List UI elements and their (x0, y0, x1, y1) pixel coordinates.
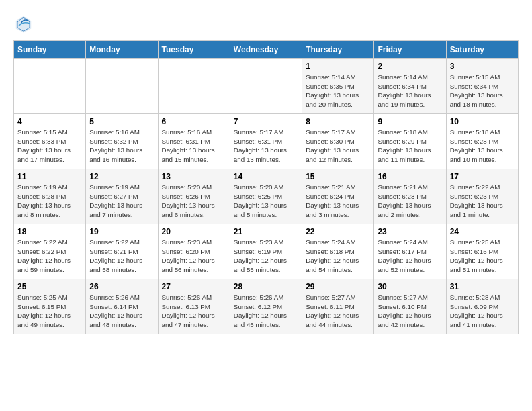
day-number: 4 (17, 117, 82, 126)
calendar-cell: 23Sunrise: 5:24 AMSunset: 6:17 PMDayligh… (374, 224, 446, 279)
day-info: Sunrise: 5:23 AMSunset: 6:19 PMDaylight:… (234, 238, 298, 275)
svg-marker-0 (16, 16, 32, 33)
calendar-cell (158, 59, 230, 114)
day-info: Sunrise: 5:22 AMSunset: 6:21 PMDaylight:… (89, 238, 154, 275)
calendar-cell: 16Sunrise: 5:21 AMSunset: 6:23 PMDayligh… (374, 169, 446, 224)
header-saturday: Saturday (446, 41, 518, 59)
day-info: Sunrise: 5:21 AMSunset: 6:24 PMDaylight:… (306, 183, 370, 220)
calendar-cell: 20Sunrise: 5:23 AMSunset: 6:20 PMDayligh… (158, 224, 230, 279)
calendar-header-row: SundayMondayTuesdayWednesdayThursdayFrid… (14, 41, 519, 59)
day-number: 16 (378, 172, 442, 181)
header-friday: Friday (374, 41, 446, 59)
header-tuesday: Tuesday (158, 41, 230, 59)
calendar-cell: 6Sunrise: 5:16 AMSunset: 6:31 PMDaylight… (158, 114, 230, 169)
calendar-cell: 3Sunrise: 5:15 AMSunset: 6:34 PMDaylight… (446, 59, 518, 114)
calendar-cell: 19Sunrise: 5:22 AMSunset: 6:21 PMDayligh… (86, 224, 158, 279)
day-info: Sunrise: 5:18 AMSunset: 6:28 PMDaylight:… (450, 128, 515, 165)
header-sunday: Sunday (14, 41, 86, 59)
day-number: 5 (89, 117, 154, 126)
day-info: Sunrise: 5:23 AMSunset: 6:20 PMDaylight:… (162, 238, 226, 275)
day-info: Sunrise: 5:24 AMSunset: 6:18 PMDaylight:… (306, 238, 370, 275)
calendar-cell (14, 59, 86, 114)
day-number: 21 (234, 227, 298, 236)
day-number: 19 (89, 227, 154, 236)
day-info: Sunrise: 5:26 AMSunset: 6:13 PMDaylight:… (162, 293, 226, 330)
day-number: 25 (17, 282, 82, 291)
day-number: 7 (234, 117, 298, 126)
day-info: Sunrise: 5:17 AMSunset: 6:31 PMDaylight:… (234, 128, 298, 165)
calendar-cell: 31Sunrise: 5:28 AMSunset: 6:09 PMDayligh… (446, 279, 518, 334)
day-info: Sunrise: 5:22 AMSunset: 6:23 PMDaylight:… (450, 183, 515, 220)
calendar-cell: 9Sunrise: 5:18 AMSunset: 6:29 PMDaylight… (374, 114, 446, 169)
day-number: 14 (234, 172, 298, 181)
calendar-cell: 1Sunrise: 5:14 AMSunset: 6:35 PMDaylight… (302, 59, 374, 114)
day-info: Sunrise: 5:26 AMSunset: 6:14 PMDaylight:… (89, 293, 154, 330)
logo (13, 13, 36, 34)
calendar-cell: 5Sunrise: 5:16 AMSunset: 6:32 PMDaylight… (86, 114, 158, 169)
header-wednesday: Wednesday (230, 41, 302, 59)
day-number: 22 (306, 227, 370, 236)
day-info: Sunrise: 5:24 AMSunset: 6:17 PMDaylight:… (378, 238, 442, 275)
day-number: 9 (378, 117, 442, 126)
day-number: 17 (450, 172, 515, 181)
day-number: 30 (378, 282, 442, 291)
day-number: 20 (162, 227, 226, 236)
calendar-cell: 13Sunrise: 5:20 AMSunset: 6:26 PMDayligh… (158, 169, 230, 224)
calendar-table: SundayMondayTuesdayWednesdayThursdayFrid… (13, 40, 519, 334)
day-info: Sunrise: 5:26 AMSunset: 6:12 PMDaylight:… (234, 293, 298, 330)
day-info: Sunrise: 5:25 AMSunset: 6:15 PMDaylight:… (17, 293, 82, 330)
calendar-cell: 30Sunrise: 5:27 AMSunset: 6:10 PMDayligh… (374, 279, 446, 334)
day-number: 24 (450, 227, 515, 236)
day-info: Sunrise: 5:20 AMSunset: 6:26 PMDaylight:… (162, 183, 226, 220)
calendar-cell: 29Sunrise: 5:27 AMSunset: 6:11 PMDayligh… (302, 279, 374, 334)
header-monday: Monday (86, 41, 158, 59)
day-info: Sunrise: 5:19 AMSunset: 6:27 PMDaylight:… (89, 183, 154, 220)
calendar-cell: 2Sunrise: 5:14 AMSunset: 6:34 PMDaylight… (374, 59, 446, 114)
calendar-cell: 22Sunrise: 5:24 AMSunset: 6:18 PMDayligh… (302, 224, 374, 279)
day-number: 3 (450, 62, 515, 71)
day-info: Sunrise: 5:15 AMSunset: 6:33 PMDaylight:… (17, 128, 82, 165)
calendar-cell: 7Sunrise: 5:17 AMSunset: 6:31 PMDaylight… (230, 114, 302, 169)
day-number: 26 (89, 282, 154, 291)
day-info: Sunrise: 5:19 AMSunset: 6:28 PMDaylight:… (17, 183, 82, 220)
day-number: 6 (162, 117, 226, 126)
day-number: 31 (450, 282, 515, 291)
day-number: 15 (306, 172, 370, 181)
calendar-cell: 17Sunrise: 5:22 AMSunset: 6:23 PMDayligh… (446, 169, 518, 224)
day-number: 10 (450, 117, 515, 126)
day-number: 23 (378, 227, 442, 236)
day-number: 29 (306, 282, 370, 291)
day-info: Sunrise: 5:25 AMSunset: 6:16 PMDaylight:… (450, 238, 515, 275)
page-header (13, 13, 519, 34)
day-info: Sunrise: 5:16 AMSunset: 6:32 PMDaylight:… (89, 128, 154, 165)
calendar-cell: 18Sunrise: 5:22 AMSunset: 6:22 PMDayligh… (14, 224, 86, 279)
calendar-week-3: 11Sunrise: 5:19 AMSunset: 6:28 PMDayligh… (14, 169, 519, 224)
calendar-week-5: 25Sunrise: 5:25 AMSunset: 6:15 PMDayligh… (14, 279, 519, 334)
calendar-cell: 25Sunrise: 5:25 AMSunset: 6:15 PMDayligh… (14, 279, 86, 334)
day-info: Sunrise: 5:14 AMSunset: 6:34 PMDaylight:… (378, 73, 442, 109)
calendar-cell: 4Sunrise: 5:15 AMSunset: 6:33 PMDaylight… (14, 114, 86, 169)
calendar-week-4: 18Sunrise: 5:22 AMSunset: 6:22 PMDayligh… (14, 224, 519, 279)
calendar-cell: 10Sunrise: 5:18 AMSunset: 6:28 PMDayligh… (446, 114, 518, 169)
day-number: 1 (306, 62, 370, 71)
day-info: Sunrise: 5:27 AMSunset: 6:10 PMDaylight:… (378, 293, 442, 330)
calendar-cell: 14Sunrise: 5:20 AMSunset: 6:25 PMDayligh… (230, 169, 302, 224)
day-number: 2 (378, 62, 442, 71)
day-info: Sunrise: 5:20 AMSunset: 6:25 PMDaylight:… (234, 183, 298, 220)
day-info: Sunrise: 5:22 AMSunset: 6:22 PMDaylight:… (17, 238, 82, 275)
day-info: Sunrise: 5:14 AMSunset: 6:35 PMDaylight:… (306, 73, 370, 109)
calendar-cell: 11Sunrise: 5:19 AMSunset: 6:28 PMDayligh… (14, 169, 86, 224)
calendar-cell: 27Sunrise: 5:26 AMSunset: 6:13 PMDayligh… (158, 279, 230, 334)
calendar-cell (230, 59, 302, 114)
day-info: Sunrise: 5:17 AMSunset: 6:30 PMDaylight:… (306, 128, 370, 165)
calendar-cell: 15Sunrise: 5:21 AMSunset: 6:24 PMDayligh… (302, 169, 374, 224)
day-number: 27 (162, 282, 226, 291)
calendar-cell: 26Sunrise: 5:26 AMSunset: 6:14 PMDayligh… (86, 279, 158, 334)
calendar-cell (86, 59, 158, 114)
day-number: 28 (234, 282, 298, 291)
header-thursday: Thursday (302, 41, 374, 59)
logo-icon (13, 13, 34, 34)
day-info: Sunrise: 5:28 AMSunset: 6:09 PMDaylight:… (450, 293, 515, 330)
day-number: 13 (162, 172, 226, 181)
calendar-week-1: 1Sunrise: 5:14 AMSunset: 6:35 PMDaylight… (14, 59, 519, 114)
